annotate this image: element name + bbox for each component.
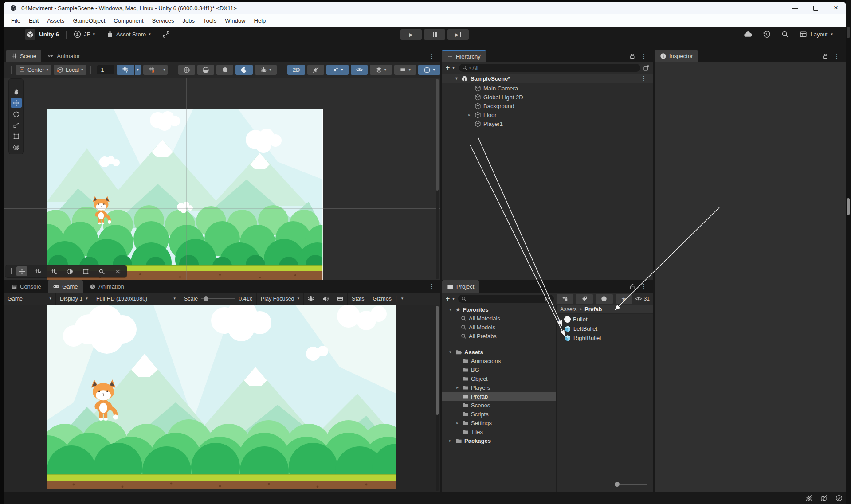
orientation-button[interactable]: Local▾	[54, 65, 86, 75]
grid-axis-dropdown[interactable]: ▾	[135, 65, 141, 75]
tree-all-models[interactable]: All Models	[442, 323, 556, 332]
add-object-dropdown[interactable]: ▾	[452, 66, 455, 70]
tree-packages-root[interactable]: ▸Packages	[442, 436, 556, 445]
drag-handle[interactable]	[281, 66, 283, 74]
tab-project[interactable]: Project	[442, 280, 479, 293]
lock-icon[interactable]	[629, 283, 635, 290]
play-focus-dropdown[interactable]: Play Focused▾	[257, 293, 304, 305]
layout-dropdown[interactable]: Layout ▾	[800, 31, 833, 38]
open-search-window-icon[interactable]	[643, 65, 650, 71]
tree-folder-prefab[interactable]: Prefab	[442, 392, 556, 401]
tile-search-tool[interactable]	[96, 266, 107, 276]
search-icon[interactable]	[781, 31, 789, 38]
menu-file[interactable]: File	[10, 17, 22, 24]
lock-icon[interactable]	[629, 53, 635, 59]
resolution-dropdown[interactable]: Full HD (1920x1080)▾	[92, 293, 180, 305]
tree-assets-root[interactable]: ▼Assets	[442, 348, 556, 356]
drag-handle[interactable]	[9, 66, 12, 74]
tile-fill-tool[interactable]	[64, 266, 75, 276]
tree-folder-animacions[interactable]: Animacions	[442, 356, 556, 365]
scene-options-icon[interactable]: ⋮	[641, 75, 647, 82]
file-rightbullet[interactable]: RightBullet	[557, 333, 653, 343]
game-panel-menu-icon[interactable]: ⋮	[429, 283, 435, 289]
tile-rect-tool[interactable]	[80, 266, 91, 276]
cache-server-disabled-icon[interactable]	[816, 492, 831, 504]
menu-window[interactable]: Window	[224, 17, 247, 24]
game-target-dropdown[interactable]: Game▾	[4, 293, 56, 305]
tab-hierarchy[interactable]: Hierarchy	[442, 50, 486, 62]
scene-viewport[interactable]	[4, 78, 440, 280]
hierarchy-item-floor[interactable]: ▸Floor	[442, 110, 653, 119]
overlay-drag-handle[interactable]	[13, 82, 19, 84]
minimize-button[interactable]: —	[785, 2, 805, 14]
debugger-disabled-icon[interactable]	[801, 492, 816, 504]
filter-by-label-button[interactable]	[576, 294, 593, 304]
tree-folder-bg[interactable]: BG	[442, 365, 556, 374]
tree-folder-players[interactable]: ▸Players	[442, 383, 556, 392]
tile-random-tool[interactable]	[112, 266, 123, 276]
hierarchy-item-global-light[interactable]: Global Light 2D	[442, 93, 653, 102]
history-icon[interactable]	[763, 31, 771, 39]
rotate-tool-button[interactable]	[11, 109, 22, 119]
debug-mode-button[interactable]: ▾	[255, 65, 277, 75]
scale-slider[interactable]	[201, 298, 235, 299]
grid-snap-dropdown[interactable]: ▾	[161, 65, 168, 75]
menu-services[interactable]: Services	[151, 17, 176, 24]
tree-folder-scenes[interactable]: Scenes	[442, 401, 556, 410]
project-search-input[interactable]	[458, 295, 554, 303]
hierarchy-item-player1[interactable]: Player1	[442, 119, 653, 128]
tile-pick-tool[interactable]	[48, 266, 59, 276]
game-gizmos-dropdown[interactable]: Gizmos│▾	[369, 293, 408, 305]
step-button[interactable]: ▶	[447, 29, 469, 40]
scale-tool-button[interactable]	[11, 120, 22, 130]
version-control-icon[interactable]	[162, 31, 170, 38]
draw-mode-shaded-wire-button[interactable]	[197, 65, 214, 75]
account-menu[interactable]: JF ▾	[74, 31, 95, 38]
tree-folder-scripts[interactable]: Scripts	[442, 410, 556, 418]
menu-component[interactable]: Component	[112, 17, 145, 24]
draw-mode-wireframe-button[interactable]	[178, 65, 195, 75]
thumbnail-zoom-thumb[interactable]	[615, 482, 620, 487]
menu-gameobject[interactable]: GameObject	[71, 17, 106, 24]
add-asset-dropdown[interactable]: ▾	[452, 297, 455, 301]
game-scrollbar[interactable]	[436, 306, 439, 491]
hidden-objects-button[interactable]	[351, 65, 368, 75]
2d-toggle-button[interactable]: 2D	[287, 65, 305, 75]
scene-scrollbar[interactable]	[436, 79, 439, 279]
project-panel-menu-icon[interactable]: ⋮	[641, 283, 647, 289]
hierarchy-search-input[interactable]: ▾ All	[459, 64, 640, 72]
grid-axis-button[interactable]	[117, 65, 134, 75]
pause-button[interactable]	[424, 29, 445, 40]
tree-favorites[interactable]: ▼★Favorites	[442, 305, 556, 314]
edge-scrollbar-thumb[interactable]	[847, 198, 850, 215]
tree-folder-tiles[interactable]: Tiles	[442, 427, 556, 436]
maximize-button[interactable]	[805, 2, 826, 14]
cloud-icon[interactable]	[744, 30, 752, 39]
tab-inspector[interactable]: Inspector	[655, 50, 698, 62]
effects-toggle-button[interactable]: ▾	[326, 65, 349, 75]
tab-game[interactable]: Game	[48, 280, 82, 293]
menu-help[interactable]: Help	[253, 17, 267, 24]
grid-size-field[interactable]: 1	[97, 65, 114, 74]
progress-ok-icon[interactable]	[831, 492, 846, 504]
tab-animation[interactable]: Animation	[85, 281, 129, 293]
close-button[interactable]: ×	[826, 2, 846, 14]
hand-tool-button[interactable]	[11, 87, 22, 97]
add-object-button[interactable]: +	[446, 64, 450, 71]
breadcrumb-root[interactable]: Assets	[560, 306, 577, 313]
game-viewport[interactable]	[4, 305, 440, 492]
tree-all-materials[interactable]: All Materials	[442, 314, 556, 323]
hierarchy-panel-menu-icon[interactable]: ⋮	[641, 53, 647, 59]
tree-all-prefabs[interactable]: All Prefabs	[442, 332, 556, 340]
audio-mute-button[interactable]	[307, 65, 324, 75]
scene-header-row[interactable]: ▼ SampleScene* ⋮	[442, 74, 653, 83]
menu-edit[interactable]: Edit	[27, 17, 40, 24]
play-button[interactable]: ▶	[400, 29, 422, 40]
file-bullet[interactable]: ▸ Bullet	[557, 315, 653, 324]
display-dropdown[interactable]: Display 1▾	[56, 293, 92, 305]
tile-brush-tool[interactable]	[32, 266, 43, 276]
draw-mode-unlit-button[interactable]	[216, 65, 233, 75]
scene-panel-menu-icon[interactable]: ⋮	[429, 53, 435, 59]
camera-settings-button[interactable]: ▾	[394, 65, 416, 75]
hierarchy-item-background[interactable]: Background	[442, 102, 653, 110]
